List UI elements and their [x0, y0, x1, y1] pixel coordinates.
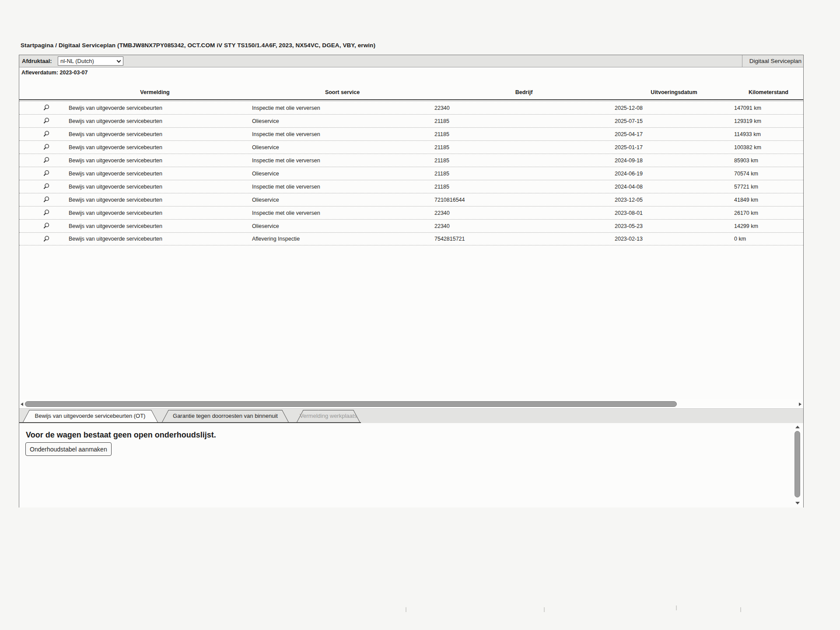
- row-uitvoeringsdatum: 2024-09-18: [614, 158, 734, 164]
- row-bedrijf: 21185: [434, 118, 614, 124]
- row-uitvoeringsdatum: 2023-08-01: [614, 210, 734, 216]
- table-row: Bewijs van uitgevoerde servicebeurten Ol…: [19, 114, 803, 127]
- row-soort-service: Olieservice: [251, 118, 434, 124]
- row-vermelding: Bewijs van uitgevoerde servicebeurten: [59, 171, 251, 177]
- magnifier-icon[interactable]: [42, 196, 50, 203]
- magnifier-icon[interactable]: [42, 170, 50, 177]
- row-soort-service: Aflevering Inspectie: [251, 236, 434, 242]
- row-vermelding: Bewijs van uitgevoerde servicebeurten: [59, 223, 251, 229]
- row-soort-service: Olieservice: [251, 144, 434, 150]
- row-soort-service: Inspectie met olie verversen: [251, 184, 434, 190]
- row-vermelding: Bewijs van uitgevoerde servicebeurten: [59, 210, 251, 216]
- magnifier-icon[interactable]: [42, 222, 50, 230]
- magnifier-icon[interactable]: [42, 157, 50, 164]
- tab-label: Bewijs van uitgevoerde servicebeurten (O…: [22, 410, 158, 423]
- row-kilometerstand: 114933 km: [734, 131, 803, 137]
- table-row: Bewijs van uitgevoerde servicebeurten Ol…: [19, 167, 803, 180]
- bottom-panel: Voor de wagen bestaat geen open onderhou…: [19, 423, 803, 508]
- magnifier-icon[interactable]: [42, 104, 50, 112]
- row-vermelding: Bewijs van uitgevoerde servicebeurten: [59, 184, 251, 190]
- table-row: Bewijs van uitgevoerde servicebeurten Ol…: [19, 219, 803, 232]
- horizontal-scroll-thumb[interactable]: [25, 401, 677, 407]
- vertical-scrollbar[interactable]: [794, 425, 802, 505]
- table-row: Bewijs van uitgevoerde servicebeurten In…: [19, 180, 803, 193]
- header-soort-service: Soort service: [251, 86, 434, 99]
- table-row: Bewijs van uitgevoerde servicebeurten Ol…: [19, 140, 803, 154]
- row-kilometerstand: 26170 km: [734, 210, 803, 216]
- row-vermelding: Bewijs van uitgevoerde servicebeurten: [59, 158, 251, 164]
- magnifier-icon[interactable]: [42, 183, 50, 190]
- row-vermelding: Bewijs van uitgevoerde servicebeurten: [59, 131, 251, 137]
- scan-artifact: [676, 606, 677, 610]
- row-vermelding: Bewijs van uitgevoerde servicebeurten: [59, 105, 251, 111]
- row-bedrijf: 7542815721: [434, 236, 614, 242]
- scan-artifact: [740, 607, 741, 612]
- create-maintenance-table-button[interactable]: Onderhoudstabel aanmaken: [25, 442, 112, 456]
- row-soort-service: Inspectie met olie verversen: [251, 105, 434, 111]
- scan-artifact: [544, 607, 545, 612]
- tab-label: Vermelding werkplaats: [296, 410, 360, 423]
- table-body: Bewijs van uitgevoerde servicebeurten In…: [19, 101, 803, 245]
- row-kilometerstand: 0 km: [734, 236, 803, 242]
- table-row: Bewijs van uitgevoerde servicebeurten In…: [19, 127, 803, 140]
- table-row: Bewijs van uitgevoerde servicebeurten In…: [19, 154, 803, 167]
- table-row: Bewijs van uitgevoerde servicebeurten Ol…: [19, 193, 803, 206]
- tab-vermelding-werkplaats[interactable]: Vermelding werkplaats: [296, 410, 360, 423]
- row-kilometerstand: 14299 km: [734, 223, 803, 229]
- print-language-value: nl-NL (Dutch): [60, 58, 94, 64]
- row-soort-service: Inspectie met olie verversen: [251, 158, 434, 164]
- row-kilometerstand: 147091 km: [734, 105, 803, 111]
- tab-strip: Bewijs van uitgevoerde servicebeurten (O…: [19, 410, 803, 423]
- magnifier-icon[interactable]: [42, 235, 50, 243]
- print-language-label: Afdruktaal:: [22, 55, 52, 67]
- header-vermelding: Vermelding: [59, 86, 251, 99]
- row-kilometerstand: 85903 km: [734, 158, 803, 164]
- magnifier-icon[interactable]: [42, 117, 50, 125]
- row-uitvoeringsdatum: 2024-04-08: [614, 184, 734, 190]
- magnifier-icon[interactable]: [42, 209, 50, 217]
- row-uitvoeringsdatum: 2025-04-17: [614, 131, 734, 137]
- row-kilometerstand: 70574 km: [734, 171, 803, 177]
- magnifier-icon[interactable]: [42, 130, 50, 138]
- delivery-date-label: Afleverdatum: 2023-03-07: [21, 70, 88, 76]
- row-soort-service: Inspectie met olie verversen: [251, 210, 434, 216]
- row-kilometerstand: 57721 km: [734, 184, 803, 190]
- row-uitvoeringsdatum: 2024-06-19: [614, 171, 734, 177]
- row-bedrijf: 22340: [434, 210, 614, 216]
- row-vermelding: Bewijs van uitgevoerde servicebeurten: [59, 236, 251, 242]
- row-kilometerstand: 41849 km: [734, 197, 803, 203]
- row-bedrijf: 22340: [434, 223, 614, 229]
- row-vermelding: Bewijs van uitgevoerde servicebeurten: [59, 144, 251, 150]
- row-kilometerstand: 129319 km: [734, 118, 803, 124]
- table-row: Bewijs van uitgevoerde servicebeurten In…: [19, 206, 803, 219]
- row-uitvoeringsdatum: 2025-01-17: [614, 144, 734, 150]
- tab-bewijs-van-uitgevoerde-servicebeurten[interactable]: Bewijs van uitgevoerde servicebeurten (O…: [22, 410, 158, 423]
- horizontal-scrollbar[interactable]: [19, 399, 803, 409]
- table-row: Bewijs van uitgevoerde servicebeurten Af…: [19, 232, 803, 245]
- triangle-left-icon[interactable]: [21, 402, 23, 406]
- triangle-up-icon[interactable]: [795, 426, 800, 428]
- row-kilometerstand: 100382 km: [734, 144, 803, 150]
- row-soort-service: Olieservice: [251, 171, 434, 177]
- triangle-down-icon[interactable]: [795, 502, 800, 504]
- scan-artifact: [406, 607, 406, 612]
- header-icon-col: [19, 86, 59, 99]
- table-row: Bewijs van uitgevoerde servicebeurten In…: [19, 101, 803, 114]
- header-kilometerstand: Kilometerstand: [734, 86, 803, 99]
- header-uitvoeringsdatum: Uitvoeringsdatum: [614, 86, 734, 99]
- row-soort-service: Olieservice: [251, 223, 434, 229]
- table-header: Vermelding Soort service Bedrijf Uitvoer…: [19, 86, 803, 100]
- magnifier-icon[interactable]: [42, 144, 50, 151]
- no-open-maintenance-message: Voor de wagen bestaat geen open onderhou…: [26, 430, 216, 440]
- row-uitvoeringsdatum: 2025-07-15: [614, 118, 734, 124]
- row-bedrijf: 22340: [434, 105, 614, 111]
- tab-label: Garantie tegen doorroesten van binnenuit: [161, 410, 289, 423]
- tab-underline: [19, 422, 361, 423]
- row-soort-service: Inspectie met olie verversen: [251, 131, 434, 137]
- print-language-select[interactable]: nl-NL (Dutch): [58, 56, 123, 66]
- tab-garantie-tegen-doorroesten[interactable]: Garantie tegen doorroesten van binnenuit: [161, 410, 289, 423]
- row-uitvoeringsdatum: 2023-12-05: [614, 197, 734, 203]
- row-bedrijf: 21185: [434, 158, 614, 164]
- vertical-scroll-thumb[interactable]: [794, 431, 800, 497]
- triangle-right-icon[interactable]: [799, 402, 802, 406]
